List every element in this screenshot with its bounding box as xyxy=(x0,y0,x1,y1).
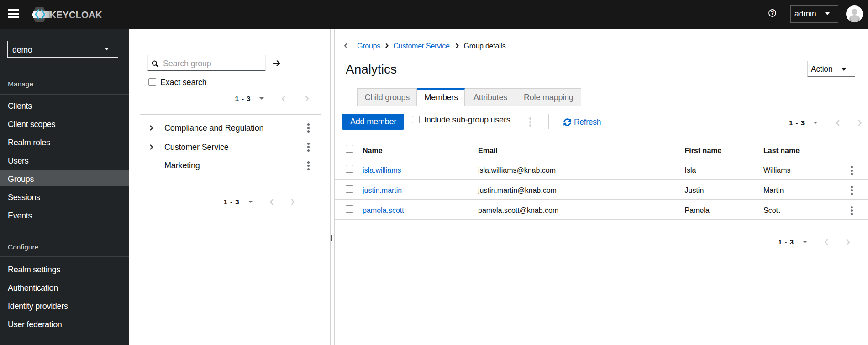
svg-text:?: ? xyxy=(771,10,774,16)
svg-text:KEYCLOAK: KEYCLOAK xyxy=(50,9,102,21)
